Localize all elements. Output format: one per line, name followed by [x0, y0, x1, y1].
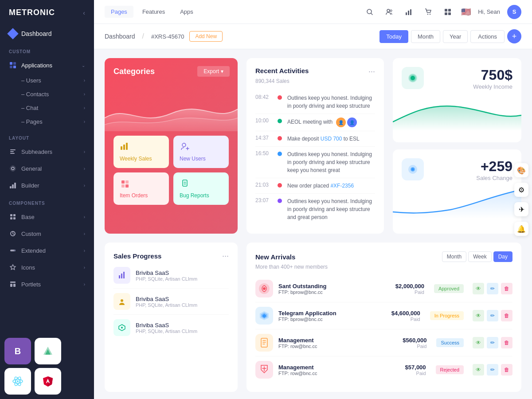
arrival-item-2: Management FTP: row@bnc.cc $560,000 Paid…: [255, 329, 512, 356]
view-button-3[interactable]: 👁: [473, 364, 484, 376]
vue-logo[interactable]: [35, 338, 61, 364]
activity-item-2307: 23:07 Outlines keep you honest. Indulgin…: [255, 194, 375, 225]
edit-button-1[interactable]: ✏: [487, 310, 498, 321]
search-icon[interactable]: [364, 6, 376, 18]
sidebar-dashboard-label: Dashboard: [21, 30, 52, 37]
add-plus-button[interactable]: +: [507, 29, 521, 43]
sub-card-weekly-sales[interactable]: Weekly Sales: [113, 136, 169, 168]
activity-text: New order placed #XF-2356: [287, 182, 375, 190]
arrival-amount-0: $2,000,000 Paid: [395, 283, 424, 295]
svg-rect-13: [13, 214, 16, 216]
arrivals-week-button[interactable]: Week: [468, 251, 491, 262]
progress-item-1: Briviba SaaS PHP, SQLite, Artisan CLImm: [113, 289, 229, 315]
sales-progress-card: Sales Progress ··· Briviba SaaS PHP, SQL…: [105, 243, 238, 392]
arrival-actions-1: 👁 ✏ 🗑: [473, 310, 512, 321]
users-icon[interactable]: [383, 6, 395, 18]
period-year-button[interactable]: Year: [443, 30, 468, 43]
view-button-1[interactable]: 👁: [473, 310, 484, 321]
progress-icon-0: [113, 267, 130, 284]
sales-progress-title: Sales Progress: [113, 252, 161, 260]
svg-rect-49: [125, 180, 129, 184]
categories-card: Categories Export ▾: [105, 58, 238, 234]
base-icon: [9, 213, 17, 221]
view-button-0[interactable]: 👁: [473, 283, 484, 294]
sidebar-sub-pages[interactable]: – Pages ›: [21, 115, 94, 129]
float-send-icon[interactable]: ✈: [514, 202, 528, 216]
grid-icon[interactable]: [442, 6, 454, 18]
edit-button-2[interactable]: ✏: [487, 337, 498, 348]
sales-change-label: Sales Change: [476, 175, 512, 181]
activity-dot-icon: [278, 136, 282, 141]
svg-rect-42: [445, 12, 447, 15]
sidebar-item-general[interactable]: General ›: [0, 160, 94, 177]
sidebar-item-custom[interactable]: Custom ›: [0, 225, 94, 242]
svg-point-27: [17, 380, 19, 382]
activities-title: Recent Activities: [255, 67, 309, 74]
dashboard-icon: [7, 28, 18, 39]
new-arrivals-title: New Arrivals: [255, 253, 295, 261]
svg-rect-5: [10, 151, 14, 152]
progress-icon-2: [113, 319, 130, 336]
sidebar-toggle-icon[interactable]: ‹: [83, 9, 85, 16]
nav-link-pages[interactable]: Pages: [105, 6, 133, 18]
actions-button[interactable]: Actions: [470, 30, 505, 43]
nav-link-apps[interactable]: Apps: [174, 6, 200, 18]
activity-item-1000: 10:00 AEOL meeting with 👤 👤: [255, 114, 375, 131]
react-logo[interactable]: [4, 368, 31, 395]
progress-name-0: Briviba SaaS: [136, 270, 229, 276]
arrival-info-3: Management FTP: row@bnc.cc: [278, 364, 400, 376]
float-palette-icon[interactable]: 🎨: [514, 163, 528, 177]
bootstrap-logo[interactable]: B: [4, 338, 31, 364]
edit-button-3[interactable]: ✏: [487, 364, 498, 376]
cart-icon[interactable]: [422, 6, 434, 18]
sub-card-bug-reports[interactable]: Bug Reports: [173, 172, 229, 205]
svg-rect-70: [261, 338, 267, 347]
applications-submenu: – Users › – Contacts › – Chat › – Pages …: [0, 74, 94, 129]
sidebar-item-icons[interactable]: Icons ›: [0, 259, 94, 276]
period-month-button[interactable]: Month: [411, 30, 440, 43]
portlets-icon: [9, 280, 17, 288]
sidebar-item-base[interactable]: Base ›: [0, 208, 94, 225]
flag-icon[interactable]: 🇺🇸: [461, 7, 471, 17]
sidebar-sub-users[interactable]: – Users ›: [21, 74, 94, 87]
sidebar-item-portlets[interactable]: Portlets ›: [0, 276, 94, 293]
activities-menu-icon[interactable]: ···: [368, 67, 375, 76]
user-greeting: Hi, Sean: [478, 8, 500, 15]
sidebar-item-dashboard[interactable]: Dashboard: [0, 25, 94, 42]
chart-icon[interactable]: [403, 6, 415, 18]
user-avatar[interactable]: S: [507, 5, 521, 19]
float-notification-icon[interactable]: 🔔: [514, 222, 528, 236]
sidebar-item-extended[interactable]: Extended ›: [0, 242, 94, 259]
arrival-name-1: Telegram Application: [278, 310, 386, 317]
sales-progress-menu-icon[interactable]: ···: [222, 251, 229, 261]
sidebar-item-applications[interactable]: Applications ⌄: [0, 57, 94, 74]
top-navigation: Pages Features Apps 🇺🇸 Hi, Sean S: [94, 0, 532, 24]
float-settings-icon[interactable]: ⚙: [514, 183, 528, 197]
export-button[interactable]: Export ▾: [197, 66, 230, 77]
edit-button-0[interactable]: ✏: [487, 283, 498, 294]
angular-logo[interactable]: [35, 368, 61, 395]
svg-rect-31: [47, 381, 49, 382]
delete-button-2[interactable]: 🗑: [501, 337, 512, 348]
period-today-button[interactable]: Today: [379, 30, 408, 43]
sidebar-section-components: COMPONENTS: [0, 194, 94, 208]
nav-link-features[interactable]: Features: [136, 6, 171, 18]
sidebar-item-builder[interactable]: Builder ›: [0, 177, 94, 194]
delete-button-0[interactable]: 🗑: [501, 283, 512, 294]
sub-card-item-orders[interactable]: Item Orders: [113, 172, 169, 205]
delete-button-1[interactable]: 🗑: [501, 310, 512, 321]
sidebar-sub-contacts[interactable]: – Contacts ›: [21, 87, 94, 101]
activity-item-1437: 14:37 Make deposit USD 700 to ESL: [255, 131, 375, 147]
delete-button-3[interactable]: 🗑: [501, 364, 512, 376]
arrivals-day-button[interactable]: Day: [493, 251, 512, 262]
sidebar-sub-chat[interactable]: – Chat ›: [21, 101, 94, 115]
view-button-2[interactable]: 👁: [473, 337, 484, 348]
add-new-button[interactable]: Add New: [189, 31, 223, 42]
activity-highlight: USD 700: [321, 136, 342, 142]
svg-rect-0: [10, 62, 12, 65]
arrivals-month-button[interactable]: Month: [442, 251, 466, 262]
sales-change-card: +259 Sales Change: [393, 149, 521, 234]
sidebar-item-subheaders[interactable]: Subheaders ›: [0, 143, 94, 160]
sub-card-new-users[interactable]: New Users: [173, 136, 229, 168]
activity-item-2103: 21:03 New order placed #XF-2356: [255, 178, 375, 194]
